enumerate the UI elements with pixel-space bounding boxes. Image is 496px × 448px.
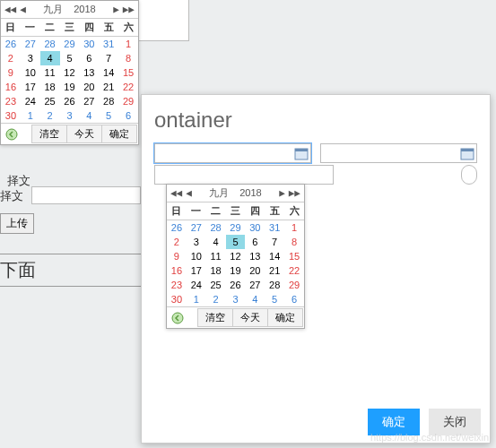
- round-icon[interactable]: [461, 165, 477, 185]
- day-cell[interactable]: 19: [60, 80, 80, 94]
- day-cell[interactable]: 5: [60, 51, 80, 65]
- day-cell[interactable]: 3: [60, 108, 80, 123]
- day-cell[interactable]: 1: [284, 220, 304, 236]
- prev-year-button[interactable]: ◀◀: [169, 187, 184, 199]
- day-cell[interactable]: 26: [1, 37, 21, 52]
- day-cell[interactable]: 7: [99, 51, 118, 65]
- day-cell[interactable]: 23: [167, 278, 187, 292]
- day-cell[interactable]: 1: [118, 37, 138, 52]
- day-cell[interactable]: 6: [245, 235, 265, 249]
- date-input-3[interactable]: [154, 165, 334, 185]
- day-cell[interactable]: 28: [206, 220, 226, 236]
- day-cell[interactable]: 3: [21, 51, 40, 65]
- day-cell[interactable]: 2: [167, 235, 187, 249]
- day-cell[interactable]: 2: [1, 51, 21, 65]
- next-year-button[interactable]: ▶▶: [121, 4, 136, 15]
- day-cell[interactable]: 14: [99, 65, 118, 80]
- prev-year-button[interactable]: ◀◀: [3, 4, 18, 15]
- day-cell[interactable]: 4: [206, 235, 226, 249]
- day-cell[interactable]: 29: [226, 220, 246, 236]
- today-button[interactable]: 今天: [232, 308, 268, 327]
- day-cell[interactable]: 4: [245, 292, 265, 306]
- day-cell[interactable]: 28: [265, 278, 284, 292]
- day-cell[interactable]: 5: [99, 108, 118, 123]
- day-cell[interactable]: 26: [167, 220, 187, 236]
- day-cell[interactable]: 31: [99, 37, 118, 52]
- day-cell[interactable]: 3: [187, 235, 206, 249]
- day-cell[interactable]: 12: [226, 249, 246, 263]
- day-cell[interactable]: 13: [79, 65, 99, 80]
- day-cell[interactable]: 6: [284, 292, 304, 306]
- day-cell[interactable]: 26: [226, 278, 246, 292]
- day-cell[interactable]: 21: [99, 80, 118, 94]
- ok-button[interactable]: 确定: [368, 409, 420, 435]
- upload-button[interactable]: 上传: [0, 213, 34, 234]
- day-cell[interactable]: 17: [187, 263, 206, 278]
- day-cell[interactable]: 6: [118, 108, 138, 123]
- day-cell[interactable]: 5: [226, 235, 246, 249]
- day-cell[interactable]: 10: [187, 249, 206, 263]
- day-cell[interactable]: 30: [1, 108, 21, 123]
- day-cell[interactable]: 30: [245, 220, 265, 236]
- day-cell[interactable]: 5: [265, 292, 284, 306]
- day-cell[interactable]: 7: [265, 235, 284, 249]
- day-cell[interactable]: 13: [245, 249, 265, 263]
- day-cell[interactable]: 2: [206, 292, 226, 306]
- back-icon[interactable]: [170, 311, 185, 325]
- day-cell[interactable]: 20: [79, 80, 99, 94]
- day-cell[interactable]: 24: [187, 278, 206, 292]
- day-cell[interactable]: 4: [40, 51, 60, 65]
- day-cell[interactable]: 9: [167, 249, 187, 263]
- day-cell[interactable]: 31: [265, 220, 284, 236]
- day-cell[interactable]: 16: [167, 263, 187, 278]
- day-cell[interactable]: 28: [40, 37, 60, 52]
- day-cell[interactable]: 17: [21, 80, 40, 94]
- next-month-button[interactable]: ▶: [277, 187, 287, 199]
- day-cell[interactable]: 22: [118, 80, 138, 94]
- day-cell[interactable]: 10: [21, 65, 40, 80]
- dp-title[interactable]: 九月2018: [194, 186, 277, 200]
- close-button[interactable]: 关闭: [429, 409, 481, 435]
- calendar-icon[interactable]: [294, 146, 309, 160]
- day-cell[interactable]: 22: [284, 263, 304, 278]
- day-cell[interactable]: 23: [1, 94, 21, 108]
- day-cell[interactable]: 15: [284, 249, 304, 263]
- bg-input-2[interactable]: [31, 186, 141, 204]
- day-cell[interactable]: 27: [79, 94, 99, 108]
- date-input-2[interactable]: [320, 143, 477, 163]
- day-cell[interactable]: 15: [118, 65, 138, 80]
- prev-month-button[interactable]: ◀: [18, 4, 28, 15]
- day-cell[interactable]: 11: [206, 249, 226, 263]
- day-cell[interactable]: 8: [284, 235, 304, 249]
- day-cell[interactable]: 20: [245, 263, 265, 278]
- dp-ok-button[interactable]: 确定: [101, 125, 137, 143]
- day-cell[interactable]: 16: [1, 80, 21, 94]
- day-cell[interactable]: 27: [187, 220, 206, 236]
- day-cell[interactable]: 11: [40, 65, 60, 80]
- day-cell[interactable]: 2: [40, 108, 60, 123]
- day-cell[interactable]: 8: [118, 51, 138, 65]
- day-cell[interactable]: 30: [79, 37, 99, 52]
- day-cell[interactable]: 26: [60, 94, 80, 108]
- dp-ok-button[interactable]: 确定: [267, 308, 303, 327]
- day-cell[interactable]: 30: [167, 292, 187, 306]
- day-cell[interactable]: 9: [1, 65, 21, 80]
- day-cell[interactable]: 19: [226, 263, 246, 278]
- next-year-button[interactable]: ▶▶: [287, 187, 302, 199]
- day-cell[interactable]: 27: [245, 278, 265, 292]
- today-button[interactable]: 今天: [66, 125, 102, 143]
- day-cell[interactable]: 25: [40, 94, 60, 108]
- day-cell[interactable]: 25: [206, 278, 226, 292]
- back-icon[interactable]: [4, 127, 19, 142]
- day-cell[interactable]: 28: [99, 94, 118, 108]
- day-cell[interactable]: 18: [206, 263, 226, 278]
- day-cell[interactable]: 27: [21, 37, 40, 52]
- day-cell[interactable]: 29: [284, 278, 304, 292]
- clear-button[interactable]: 清空: [31, 125, 67, 143]
- day-cell[interactable]: 3: [226, 292, 246, 306]
- day-cell[interactable]: 4: [79, 108, 99, 123]
- prev-month-button[interactable]: ◀: [184, 187, 194, 199]
- next-month-button[interactable]: ▶: [111, 4, 121, 15]
- dp-title[interactable]: 九月2018: [28, 3, 111, 16]
- day-cell[interactable]: 18: [40, 80, 60, 94]
